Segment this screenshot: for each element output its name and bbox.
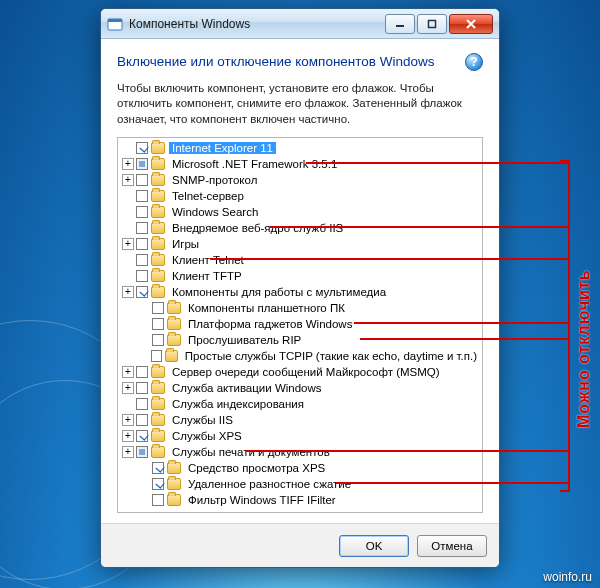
tree-item-label: Удаленное разностное сжатие (185, 478, 354, 490)
expander-placeholder (138, 494, 150, 506)
tree-item[interactable]: Внедряемое веб-ядро служб IIS (118, 220, 482, 236)
expander-placeholder (122, 398, 134, 410)
expander-placeholder (122, 222, 134, 234)
tree-item-label: Компоненты для работы с мультимедиа (169, 286, 389, 298)
folder-icon (167, 318, 181, 330)
tree-item[interactable]: Internet Explorer 11 (118, 140, 482, 156)
watermark: woinfo.ru (543, 570, 592, 584)
feature-checkbox[interactable] (136, 238, 148, 250)
tree-item[interactable]: Компоненты планшетного ПК (118, 300, 482, 316)
annotation-bracket (568, 160, 570, 492)
tree-item-label: Службы XPS (169, 430, 245, 442)
expand-icon[interactable]: + (122, 286, 134, 298)
feature-checkbox[interactable] (136, 254, 148, 266)
folder-icon (151, 174, 165, 186)
feature-checkbox[interactable] (136, 382, 148, 394)
expander-placeholder (138, 350, 149, 362)
folder-icon (151, 158, 165, 170)
expand-icon[interactable]: + (122, 174, 134, 186)
svg-rect-3 (429, 20, 436, 27)
tree-item[interactable]: Клиент Telnet (118, 252, 482, 268)
tree-item[interactable]: +Службы IIS (118, 412, 482, 428)
feature-checkbox[interactable] (152, 302, 164, 314)
tree-item-label: Внедряемое веб-ядро служб IIS (169, 222, 346, 234)
tree-item[interactable]: Фильтр Windows TIFF IFilter (118, 492, 482, 508)
feature-checkbox[interactable] (152, 478, 164, 490)
dialog-explanation: Чтобы включить компонент, установите его… (117, 81, 483, 128)
feature-checkbox[interactable] (136, 222, 148, 234)
feature-checkbox[interactable] (136, 190, 148, 202)
tree-item[interactable]: +Сервер очереди сообщений Майкрософт (MS… (118, 364, 482, 380)
tree-item[interactable]: Служба индексирования (118, 396, 482, 412)
folder-icon (151, 446, 165, 458)
folder-icon (151, 270, 165, 282)
tree-item[interactable]: Средство просмотра XPS (118, 460, 482, 476)
feature-checkbox[interactable] (136, 286, 148, 298)
expand-icon[interactable]: + (122, 430, 134, 442)
tree-item-label: Прослушиватель RIP (185, 334, 304, 346)
feature-checkbox[interactable] (136, 206, 148, 218)
feature-checkbox[interactable] (136, 174, 148, 186)
minimize-button[interactable] (385, 14, 415, 34)
feature-checkbox[interactable] (152, 462, 164, 474)
tree-item[interactable]: +Microsoft .NET Framework 3.5.1 (118, 156, 482, 172)
feature-checkbox[interactable] (136, 414, 148, 426)
folder-icon (167, 462, 181, 474)
feature-checkbox[interactable] (136, 398, 148, 410)
close-button[interactable] (449, 14, 493, 34)
expand-icon[interactable]: + (122, 414, 134, 426)
expander-placeholder (138, 334, 150, 346)
tree-item[interactable]: Платформа гаджетов Windows (118, 316, 482, 332)
folder-icon (151, 142, 165, 154)
tree-item[interactable]: Простые службы TCPIP (такие как echo, da… (118, 348, 482, 364)
tree-item[interactable]: +Службы печати и документов (118, 444, 482, 460)
tree-item[interactable]: Windows Search (118, 204, 482, 220)
expand-icon[interactable]: + (122, 238, 134, 250)
ok-button[interactable]: OK (339, 535, 409, 557)
feature-checkbox[interactable] (151, 350, 162, 362)
tree-item-label: Клиент TFTP (169, 270, 245, 282)
tree-item-label: Служба активации Windows (169, 382, 325, 394)
tree-item-label: Игры (169, 238, 202, 250)
titlebar[interactable]: Компоненты Windows (101, 9, 499, 39)
tree-item-label: Служба индексирования (169, 398, 307, 410)
window-title: Компоненты Windows (129, 17, 385, 31)
tree-item-label: Средство просмотра XPS (185, 462, 328, 474)
tree-item[interactable]: +Служба активации Windows (118, 380, 482, 396)
tree-item-label: Платформа гаджетов Windows (185, 318, 355, 330)
cancel-button[interactable]: Отмена (417, 535, 487, 557)
feature-checkbox[interactable] (152, 494, 164, 506)
tree-item[interactable]: Удаленное разностное сжатие (118, 476, 482, 492)
feature-checkbox[interactable] (136, 446, 148, 458)
expand-icon[interactable]: + (122, 158, 134, 170)
help-icon[interactable]: ? (465, 53, 483, 71)
feature-checkbox[interactable] (136, 270, 148, 282)
tree-item[interactable]: +Службы XPS (118, 428, 482, 444)
feature-checkbox[interactable] (152, 318, 164, 330)
feature-checkbox[interactable] (136, 366, 148, 378)
tree-item-label: Службы печати и документов (169, 446, 333, 458)
tree-item-label: Клиент Telnet (169, 254, 247, 266)
tree-item[interactable]: Клиент TFTP (118, 268, 482, 284)
tree-item[interactable]: Telnet-сервер (118, 188, 482, 204)
feature-checkbox[interactable] (136, 430, 148, 442)
tree-item[interactable]: +Компоненты для работы с мультимедиа (118, 284, 482, 300)
feature-checkbox[interactable] (136, 158, 148, 170)
tree-item-label: Компоненты планшетного ПК (185, 302, 348, 314)
tree-item[interactable]: +SNMP-протокол (118, 172, 482, 188)
expand-icon[interactable]: + (122, 446, 134, 458)
feature-checkbox[interactable] (152, 334, 164, 346)
expander-placeholder (122, 206, 134, 218)
tree-item[interactable]: Прослушиватель RIP (118, 332, 482, 348)
expand-icon[interactable]: + (122, 366, 134, 378)
folder-icon (151, 238, 165, 250)
maximize-button[interactable] (417, 14, 447, 34)
features-tree[interactable]: Internet Explorer 11+Microsoft .NET Fram… (117, 137, 483, 513)
folder-icon (151, 430, 165, 442)
annotation-label: Можно отключить (574, 170, 594, 528)
folder-icon (151, 414, 165, 426)
expand-icon[interactable]: + (122, 382, 134, 394)
annotation-bracket-cap (560, 490, 570, 492)
feature-checkbox[interactable] (136, 142, 148, 154)
tree-item[interactable]: +Игры (118, 236, 482, 252)
